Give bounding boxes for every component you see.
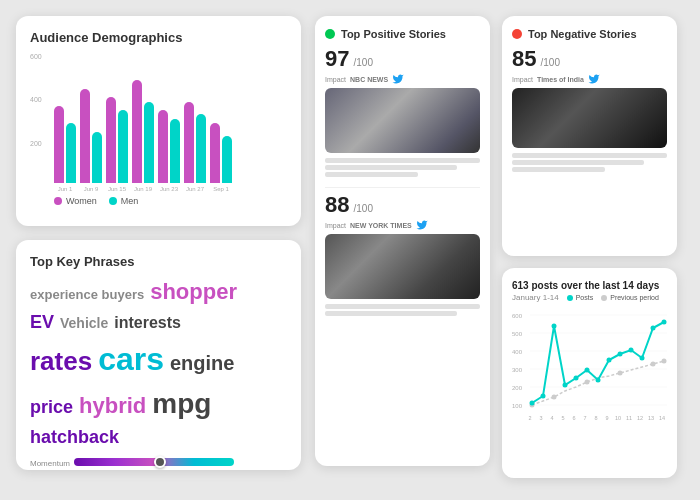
post-dot-12 — [651, 326, 656, 331]
story1-score: 97 — [325, 48, 349, 70]
posts-line-chart: 600 500 400 300 200 100 — [512, 308, 667, 438]
bar-women-3 — [132, 80, 142, 183]
prev-dot-12 — [651, 362, 656, 367]
neg-story1-score-max: /100 — [540, 57, 559, 68]
story1-image — [325, 88, 480, 153]
bar-women-1 — [80, 89, 90, 183]
post-dot-3 — [552, 324, 557, 329]
neg-story1-score: 85 — [512, 48, 536, 70]
story2-score: 88 — [325, 194, 349, 216]
story2-score-max: /100 — [353, 203, 372, 214]
bar-women-5 — [184, 102, 194, 183]
word-experience-buyers: experience buyers — [30, 286, 144, 304]
demographics-chart — [30, 53, 232, 183]
story1-score-row: 97 /100 — [325, 48, 480, 70]
story1-score-max: /100 — [353, 57, 372, 68]
bar-men-0 — [66, 123, 76, 183]
word-interests: interests — [114, 312, 181, 334]
phrases-card: Top Key Phrases experience buyers shoppe… — [16, 240, 301, 470]
prev-dot-6 — [585, 380, 590, 385]
posts-date-range: January 1-14 — [512, 293, 559, 302]
word-hatchback: hatchback — [30, 425, 119, 450]
wc-row-1: experience buyers shopper — [30, 277, 287, 308]
story2-line1 — [325, 304, 480, 309]
bar-men-2 — [118, 110, 128, 183]
post-dot-11 — [640, 356, 645, 361]
story2-label: Impact — [325, 222, 346, 229]
svg-text:5: 5 — [561, 415, 564, 421]
positive-stories-title: Top Positive Stories — [325, 28, 480, 40]
story1-text — [325, 158, 480, 177]
legend-men-label: Men — [121, 196, 139, 206]
posts-chart-card: 613 posts over the last 14 days January … — [502, 268, 677, 478]
momentum-bar[interactable]: Momentum — [30, 458, 287, 468]
story2-text — [325, 304, 480, 316]
story1-line2 — [325, 165, 457, 170]
post-dot-6 — [585, 368, 590, 373]
women-dot — [54, 197, 62, 205]
bar-women-6 — [210, 123, 220, 183]
posts-legend-posts-label: Posts — [576, 294, 594, 301]
svg-text:13: 13 — [648, 415, 654, 421]
phrases-title: Top Key Phrases — [30, 254, 287, 269]
bar-men-3 — [144, 102, 154, 183]
post-dot-5 — [574, 376, 579, 381]
post-dot-13 — [662, 320, 667, 325]
bar-men-5 — [196, 114, 206, 183]
bar-women-2 — [106, 97, 116, 183]
story1-line1 — [325, 158, 480, 163]
bar-group-2 — [106, 97, 128, 183]
bar-men-6 — [222, 136, 232, 183]
legend-men: Men — [109, 196, 139, 206]
neg-story1-score-row: 85 /100 — [512, 48, 667, 70]
x-label-5: Jun 27 — [184, 186, 206, 192]
story2-label-row: Impact NEW YORK TIMES — [325, 219, 480, 231]
positive-stories-card: Top Positive Stories 97 /100 Impact NBC … — [315, 16, 490, 466]
word-mpg: mpg — [152, 384, 211, 423]
story2-score-row: 88 /100 — [325, 194, 480, 216]
neg-story1-source: Times of India — [537, 76, 584, 83]
momentum-label: Momentum — [30, 459, 70, 468]
post-dot-4 — [563, 383, 568, 388]
story1-source: NBC NEWS — [350, 76, 388, 83]
bar-group-4 — [158, 110, 180, 183]
posts-line — [532, 322, 664, 403]
bar-men-1 — [92, 132, 102, 183]
momentum-thumb[interactable] — [154, 456, 166, 468]
svg-text:100: 100 — [512, 403, 523, 409]
svg-text:10: 10 — [615, 415, 621, 421]
posts-legend-dot-prev — [601, 295, 607, 301]
post-dot-9 — [618, 352, 623, 357]
svg-text:14: 14 — [659, 415, 665, 421]
word-engine: engine — [170, 349, 234, 377]
neg-story1-label-row: Impact Times of India — [512, 73, 667, 85]
men-dot — [109, 197, 117, 205]
story2-image — [325, 234, 480, 299]
neg-story1-label: Impact — [512, 76, 533, 83]
svg-text:9: 9 — [605, 415, 608, 421]
bar-group-0 — [54, 106, 76, 183]
negative-story-1: 85 /100 Impact Times of India — [512, 48, 667, 172]
svg-text:12: 12 — [637, 415, 643, 421]
story2-line2 — [325, 311, 457, 316]
positive-status-dot — [325, 29, 335, 39]
wc-row-5: hatchback — [30, 425, 287, 450]
svg-text:8: 8 — [594, 415, 597, 421]
word-price: price — [30, 395, 73, 420]
svg-text:7: 7 — [583, 415, 586, 421]
x-label-0: Jun 1 — [54, 186, 76, 192]
neg-story1-line1 — [512, 153, 667, 158]
neg-story1-image — [512, 88, 667, 148]
legend-women-label: Women — [66, 196, 97, 206]
post-dot-2 — [541, 394, 546, 399]
prev-dot-13 — [662, 359, 667, 364]
svg-text:500: 500 — [512, 331, 523, 337]
word-cloud: experience buyers shopper EV Vehicle int… — [30, 277, 287, 450]
svg-text:300: 300 — [512, 367, 523, 373]
positive-story-2: 88 /100 Impact NEW YORK TIMES — [325, 194, 480, 316]
x-label-6: Sep 1 — [210, 186, 232, 192]
word-cars: cars — [98, 337, 164, 382]
bar-group-5 — [184, 102, 206, 183]
svg-text:11: 11 — [626, 415, 632, 421]
x-label-2: Jun 15 — [106, 186, 128, 192]
